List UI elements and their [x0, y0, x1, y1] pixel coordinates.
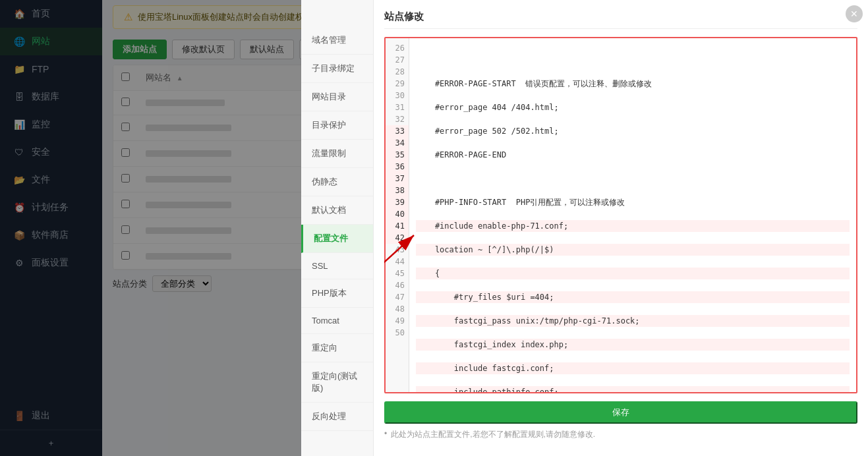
line-num-49: 49 — [386, 315, 409, 327]
modal-nav-redirect[interactable]: 重定向 — [301, 334, 373, 362]
modal-nav-tomcat[interactable]: Tomcat — [301, 308, 373, 334]
code-line-40: include pathinfo.conf; — [416, 386, 850, 392]
modal-main-content: 站点修改 26 27 28 2 — [374, 0, 868, 456]
modal-nav-domain[interactable]: 域名管理 — [301, 26, 373, 55]
modal-close-button[interactable]: ✕ — [846, 5, 863, 22]
code-line-37: fastcgi_pass unix:/tmp/php-cgi-71.sock; — [416, 315, 850, 327]
line-num-26: 26 — [386, 42, 409, 54]
modal-nav: 域名管理 子目录绑定 网站目录 目录保护 流量限制 伪静态 默认文档 配置文件 … — [301, 0, 374, 456]
modal-overlay: ✕ 域名管理 子目录绑定 网站目录 目录保护 流量限制 伪静态 默认文档 配置文… — [0, 0, 868, 456]
line-num-36: 36 — [386, 161, 409, 173]
code-editor[interactable]: 26 27 28 29 30 31 32 33 34 35 36 37 38 3… — [384, 37, 857, 393]
modal-footer: 保存 此处为站点主配置文件,若您不了解配置规则,请勿随意修改. — [384, 393, 857, 445]
modal-nav-pseudo[interactable]: 伪静态 — [301, 168, 373, 196]
line-num-34: 34 — [386, 137, 409, 149]
line-num-28: 28 — [386, 66, 409, 78]
line-num-42: 42 — [386, 232, 409, 244]
note-text: 此处为站点主配置文件,若您不了解配置规则,请勿随意修改. — [391, 429, 595, 440]
code-line-36: #try_files $uri =404; — [416, 291, 850, 303]
code-line-34: location ~ [^/]\.php(/|$) — [416, 244, 850, 256]
line-num-48: 48 — [386, 303, 409, 315]
line-numbers: 26 27 28 29 30 31 32 33 34 35 36 37 38 3… — [386, 38, 409, 392]
line-num-50: 50 — [386, 327, 409, 339]
line-num-44: 44 — [386, 256, 409, 268]
line-num-41: 41 — [386, 220, 409, 232]
line-num-33: 33 — [386, 125, 409, 137]
line-num-30: 30 — [386, 90, 409, 101]
line-num-29: 29 — [386, 78, 409, 90]
code-line-26 — [416, 54, 850, 66]
line-num-31: 31 — [386, 101, 409, 113]
modal-nav-flowlimit[interactable]: 流量限制 — [301, 140, 373, 168]
code-line-35: { — [416, 268, 850, 279]
code-line-28: #error_page 404 /404.html; — [416, 101, 850, 113]
code-line-32: #PHP-INFO-START PHP引用配置，可以注释或修改 — [416, 196, 850, 208]
code-line-33: #include enable-php-71.conf; — [416, 220, 850, 232]
modal-nav-redirect-test[interactable]: 重定向(测试版) — [301, 362, 373, 403]
line-num-35: 35 — [386, 149, 409, 161]
line-num-47: 47 — [386, 291, 409, 303]
modal-nav-subdir[interactable]: 子目录绑定 — [301, 55, 373, 83]
save-button[interactable]: 保存 — [384, 401, 857, 424]
code-line-38: fastcgi_index index.php; — [416, 339, 850, 351]
line-num-40: 40 — [386, 208, 409, 220]
modal-nav-dirprotect[interactable]: 目录保护 — [301, 111, 373, 140]
modal-nav-reverse[interactable]: 反向处理 — [301, 403, 373, 431]
line-num-43: 43 — [386, 244, 409, 256]
modal-title: 站点修改 — [384, 11, 857, 29]
line-num-37: 37 — [386, 173, 409, 185]
modal-nav-defaultdoc[interactable]: 默认文档 — [301, 196, 373, 225]
modal-dialog: ✕ 域名管理 子目录绑定 网站目录 目录保护 流量限制 伪静态 默认文档 配置文… — [301, 0, 868, 456]
modal-nav-configfile[interactable]: 配置文件 — [301, 225, 373, 253]
line-num-46: 46 — [386, 279, 409, 291]
modal-nav-sitedir[interactable]: 网站目录 — [301, 83, 373, 111]
line-num-38: 38 — [386, 185, 409, 196]
code-line-31 — [416, 173, 850, 185]
modal-nav-phpver[interactable]: PHP版本 — [301, 279, 373, 308]
modal-nav-ssl[interactable]: SSL — [301, 253, 373, 279]
line-num-39: 39 — [386, 196, 409, 208]
code-line-39: include fastcgi.conf; — [416, 362, 850, 374]
line-num-27: 27 — [386, 54, 409, 66]
line-num-45: 45 — [386, 268, 409, 279]
code-line-27: #ERROR-PAGE-START 错误页配置，可以注释、删除或修改 — [416, 78, 850, 90]
line-num-32: 32 — [386, 113, 409, 125]
code-text[interactable]: #ERROR-PAGE-START 错误页配置，可以注释、删除或修改 #erro… — [409, 38, 856, 392]
code-line-29: #error_page 502 /502.html; — [416, 125, 850, 137]
code-line-30: #ERROR-PAGE-END — [416, 149, 850, 161]
modal-note: 此处为站点主配置文件,若您不了解配置规则,请勿随意修改. — [384, 429, 857, 440]
